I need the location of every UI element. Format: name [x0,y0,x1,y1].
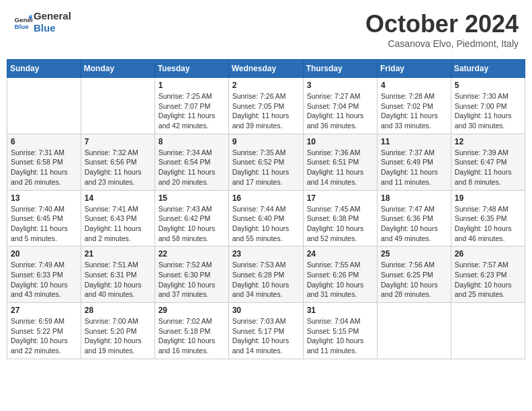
weekday-header-thursday: Thursday [303,60,377,78]
calendar-week-2: 6Sunrise: 7:31 AM Sunset: 6:58 PM Daylig… [7,134,525,190]
day-info: Sunrise: 7:00 AM Sunset: 5:20 PM Dayligh… [85,316,151,356]
calendar-cell: 25Sunrise: 7:56 AM Sunset: 6:25 PM Dayli… [378,246,451,303]
calendar-cell: 7Sunrise: 7:32 AM Sunset: 6:56 PM Daylig… [81,134,154,190]
day-number: 2 [232,81,300,90]
page-header: General Blue General Blue October 2024 C… [7,7,525,52]
calendar-cell [451,303,525,359]
day-number: 31 [307,306,373,315]
day-number: 30 [232,306,300,315]
calendar-cell: 28Sunrise: 7:00 AM Sunset: 5:20 PM Dayli… [81,303,154,359]
day-info: Sunrise: 7:43 AM Sunset: 6:42 PM Dayligh… [159,204,225,244]
day-info: Sunrise: 7:27 AM Sunset: 7:04 PM Dayligh… [307,91,373,131]
calendar-table: SundayMondayTuesdayWednesdayThursdayFrid… [7,59,525,359]
day-info: Sunrise: 7:40 AM Sunset: 6:45 PM Dayligh… [11,204,77,244]
day-number: 10 [307,137,373,146]
day-info: Sunrise: 7:53 AM Sunset: 6:28 PM Dayligh… [232,260,300,300]
weekday-header-wednesday: Wednesday [228,60,303,78]
calendar-cell: 16Sunrise: 7:44 AM Sunset: 6:40 PM Dayli… [228,190,303,246]
calendar-cell: 24Sunrise: 7:55 AM Sunset: 6:26 PM Dayli… [303,246,377,303]
calendar-cell: 1Sunrise: 7:25 AM Sunset: 7:07 PM Daylig… [154,78,228,134]
day-info: Sunrise: 7:49 AM Sunset: 6:33 PM Dayligh… [11,260,77,300]
calendar-cell [378,303,451,359]
day-number: 13 [11,193,77,203]
day-info: Sunrise: 7:25 AM Sunset: 7:07 PM Dayligh… [159,91,225,131]
calendar-cell [81,78,154,134]
day-info: Sunrise: 7:55 AM Sunset: 6:26 PM Dayligh… [307,260,373,300]
calendar-cell: 22Sunrise: 7:52 AM Sunset: 6:30 PM Dayli… [154,246,228,303]
calendar-cell: 26Sunrise: 7:57 AM Sunset: 6:23 PM Dayli… [451,246,525,303]
calendar-cell: 5Sunrise: 7:30 AM Sunset: 7:00 PM Daylig… [451,78,525,134]
day-info: Sunrise: 7:56 AM Sunset: 6:25 PM Dayligh… [381,260,447,300]
calendar-cell: 18Sunrise: 7:47 AM Sunset: 6:36 PM Dayli… [378,190,451,246]
calendar-cell: 30Sunrise: 7:03 AM Sunset: 5:17 PM Dayli… [228,303,303,359]
calendar-cell: 3Sunrise: 7:27 AM Sunset: 7:04 PM Daylig… [303,78,377,134]
day-number: 7 [85,137,151,146]
calendar-cell: 6Sunrise: 7:31 AM Sunset: 6:58 PM Daylig… [7,134,81,190]
calendar-week-1: 1Sunrise: 7:25 AM Sunset: 7:07 PM Daylig… [7,78,525,134]
logo-icon: General Blue [13,13,32,32]
month-title: October 2024 [365,10,519,38]
calendar-week-3: 13Sunrise: 7:40 AM Sunset: 6:45 PM Dayli… [7,190,525,246]
day-number: 22 [159,249,225,259]
calendar-cell: 14Sunrise: 7:41 AM Sunset: 6:43 PM Dayli… [81,190,154,246]
calendar-week-4: 20Sunrise: 7:49 AM Sunset: 6:33 PM Dayli… [7,246,525,303]
calendar-cell: 2Sunrise: 7:26 AM Sunset: 7:05 PM Daylig… [228,78,303,134]
day-info: Sunrise: 7:44 AM Sunset: 6:40 PM Dayligh… [232,204,300,244]
day-number: 16 [232,193,300,203]
location-subtitle: Casanova Elvo, Piedmont, Italy [365,38,519,49]
calendar-cell: 20Sunrise: 7:49 AM Sunset: 6:33 PM Dayli… [7,246,81,303]
day-info: Sunrise: 7:04 AM Sunset: 5:15 PM Dayligh… [307,316,373,356]
day-number: 25 [381,249,447,259]
day-info: Sunrise: 7:48 AM Sunset: 6:35 PM Dayligh… [455,204,521,244]
day-info: Sunrise: 7:47 AM Sunset: 6:36 PM Dayligh… [381,204,447,244]
calendar-cell: 29Sunrise: 7:02 AM Sunset: 5:18 PM Dayli… [154,303,228,359]
day-info: Sunrise: 7:26 AM Sunset: 7:05 PM Dayligh… [232,91,300,131]
day-number: 26 [455,249,521,259]
day-number: 15 [159,193,225,203]
day-info: Sunrise: 7:45 AM Sunset: 6:38 PM Dayligh… [307,204,373,244]
day-info: Sunrise: 6:59 AM Sunset: 5:22 PM Dayligh… [11,316,77,356]
calendar-cell: 27Sunrise: 6:59 AM Sunset: 5:22 PM Dayli… [7,303,81,359]
weekday-header-monday: Monday [81,60,154,78]
day-number: 18 [381,193,447,203]
day-info: Sunrise: 7:39 AM Sunset: 6:47 PM Dayligh… [455,148,521,187]
day-number: 12 [455,137,521,146]
day-info: Sunrise: 7:35 AM Sunset: 6:52 PM Dayligh… [232,148,300,187]
day-number: 3 [307,81,373,90]
weekday-header-row: SundayMondayTuesdayWednesdayThursdayFrid… [7,60,525,78]
day-number: 8 [159,137,225,146]
weekday-header-sunday: Sunday [7,60,81,78]
weekday-header-tuesday: Tuesday [154,60,228,78]
day-info: Sunrise: 7:36 AM Sunset: 6:51 PM Dayligh… [307,148,373,187]
day-info: Sunrise: 7:31 AM Sunset: 6:58 PM Dayligh… [11,148,77,187]
day-number: 23 [232,249,300,259]
day-number: 21 [85,249,151,259]
calendar-week-5: 27Sunrise: 6:59 AM Sunset: 5:22 PM Dayli… [7,303,525,359]
day-number: 6 [11,137,77,146]
day-number: 28 [85,306,151,315]
calendar-cell: 9Sunrise: 7:35 AM Sunset: 6:52 PM Daylig… [228,134,303,190]
day-info: Sunrise: 7:34 AM Sunset: 6:54 PM Dayligh… [159,148,225,187]
logo-text: General Blue [34,10,71,34]
day-info: Sunrise: 7:03 AM Sunset: 5:17 PM Dayligh… [232,316,300,356]
calendar-cell: 10Sunrise: 7:36 AM Sunset: 6:51 PM Dayli… [303,134,377,190]
day-info: Sunrise: 7:37 AM Sunset: 6:49 PM Dayligh… [381,148,447,187]
day-number: 9 [232,137,300,146]
day-number: 19 [455,193,521,203]
calendar-cell: 19Sunrise: 7:48 AM Sunset: 6:35 PM Dayli… [451,190,525,246]
calendar-cell: 8Sunrise: 7:34 AM Sunset: 6:54 PM Daylig… [154,134,228,190]
day-number: 14 [85,193,151,203]
day-info: Sunrise: 7:52 AM Sunset: 6:30 PM Dayligh… [159,260,225,300]
day-number: 24 [307,249,373,259]
weekday-header-friday: Friday [378,60,451,78]
svg-text:Blue: Blue [14,23,29,30]
day-number: 4 [381,81,447,90]
day-info: Sunrise: 7:02 AM Sunset: 5:18 PM Dayligh… [159,316,225,356]
day-number: 1 [159,81,225,90]
day-number: 5 [455,81,521,90]
day-info: Sunrise: 7:41 AM Sunset: 6:43 PM Dayligh… [85,204,151,244]
calendar-cell: 11Sunrise: 7:37 AM Sunset: 6:49 PM Dayli… [378,134,451,190]
day-number: 20 [11,249,77,259]
logo: General Blue General Blue [13,10,71,34]
day-info: Sunrise: 7:28 AM Sunset: 7:02 PM Dayligh… [381,91,447,131]
